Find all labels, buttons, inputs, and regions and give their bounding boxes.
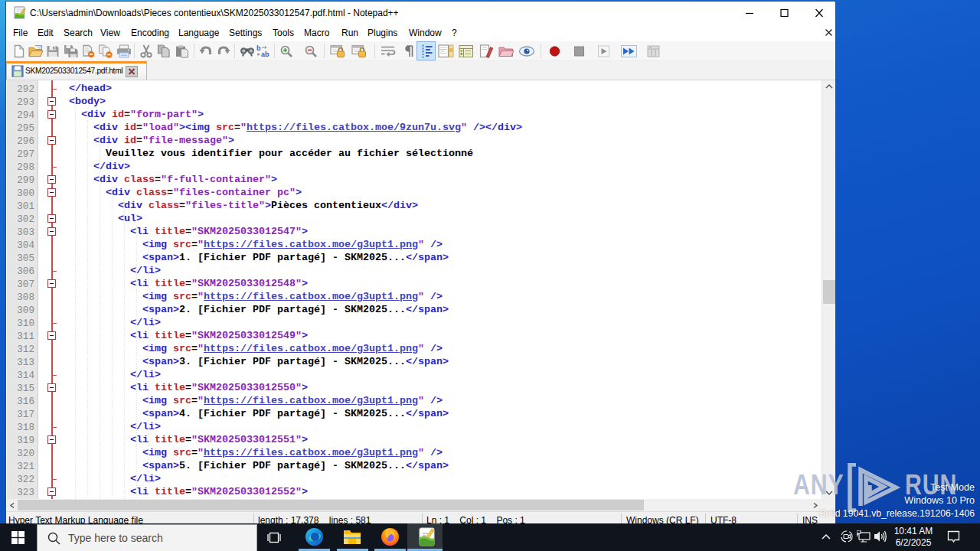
- svg-text:ab: ab: [261, 51, 270, 58]
